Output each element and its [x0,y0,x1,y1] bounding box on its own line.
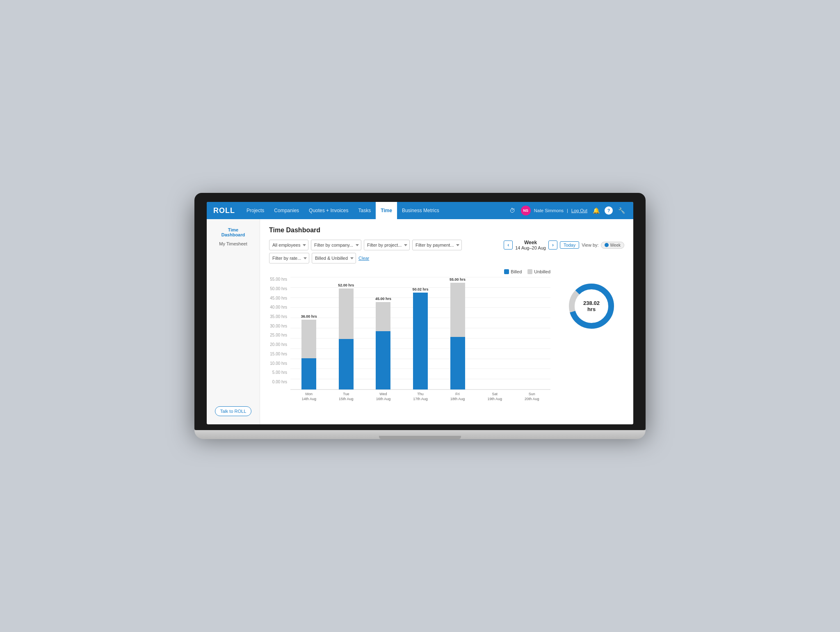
bar-value-label: 50.02 hrs [413,287,429,291]
y-axis-label: 30.00 hrs [269,324,287,328]
nav-time[interactable]: Time [376,202,397,219]
bar-group: 52.00 hrs [328,277,365,389]
bar-group: 36.00 hrs [290,277,328,389]
today-button[interactable]: Today [560,241,579,249]
bar-group [476,277,514,389]
donut-center: 238.02 hrs [579,300,604,312]
bar-stack [413,293,428,389]
bar-day-label: Fri 18th Aug [439,392,476,401]
bar-billed [450,337,465,389]
bar-group: 45.00 hrs [365,277,402,389]
bar-day-label: Wed 16th Aug [365,392,402,401]
y-axis-label: 0.00 hrs [269,380,287,384]
date-nav: ‹ Week 14 Aug–20 Aug › Today [504,240,579,250]
donut-chart: 238.02 hrs [567,282,616,331]
y-axis-label: 35.00 hrs [269,315,287,319]
logout-link[interactable]: Log Out [571,208,587,213]
y-axis: 0.00 hrs5.00 hrs10.00 hrs15.00 hrs20.00 … [269,277,290,384]
page-title: Time Dashboard [269,227,624,234]
app-body: Time Dashboard My Timesheet Talk to ROLL… [207,219,633,424]
y-axis-label: 20.00 hrs [269,343,287,347]
bar-day-label: Tue 15th Aug [328,392,365,401]
bar-day-label: Mon 14th Aug [290,392,328,401]
top-nav: ROLL Projects Companies Quotes + Invoice… [207,202,633,219]
y-axis-label: 50.00 hrs [269,287,287,291]
nav-quotes[interactable]: Quotes + Invoices [304,202,353,219]
week-toggle[interactable]: Week [601,242,624,249]
sidebar-item-my-timesheet[interactable]: My Timesheet [219,241,247,246]
nav-separator: | [567,208,568,213]
billed-legend-dot [504,269,509,274]
project-filter[interactable]: Filter by project... [364,240,410,250]
bar-stack [301,320,316,389]
sidebar: Time Dashboard My Timesheet Talk to ROLL [207,219,260,424]
main-content: Time Dashboard All employees Filter by c… [260,219,633,424]
bar-group: 55.00 hrs [439,277,476,389]
bar-group: 50.02 hrs [402,277,439,389]
bar-billed [413,293,428,389]
notification-icon[interactable]: 🔔 [591,205,601,216]
bar-day-label: Thu 17th Aug [402,392,439,401]
y-axis-label: 40.00 hrs [269,305,287,309]
screen: ROLL Projects Companies Quotes + Invoice… [207,202,633,424]
view-by-label: View by: [582,243,598,247]
nav-items: Projects Companies Quotes + Invoices Tas… [242,202,507,219]
filter-row-2: Filter by rate... Billed & Unbilled Clea… [269,253,624,263]
chart-legend: Billed Unbilled [269,269,550,274]
bar-unbilled [376,302,390,331]
bar-chart-container: Billed Unbilled 0.00 hrs5.00 hrs10.00 hr… [269,269,550,401]
timer-icon[interactable]: ⏱ [507,205,518,216]
billed-filter[interactable]: Billed & Unbilled [312,253,356,263]
clear-button[interactable]: Clear [358,256,369,261]
bar-value-label: 55.00 hrs [450,277,466,282]
bar-billed [339,339,354,389]
talk-to-roll-button[interactable]: Talk to ROLL [215,406,252,416]
y-axis-label: 15.00 hrs [269,352,287,356]
laptop-base [194,430,646,439]
x-labels: Mon 14th AugTue 15th AugWed 16th AugThu … [290,390,550,401]
donut-container: 238.02 hrs [559,282,624,331]
bar-day-label: Sun 20th Aug [513,392,550,401]
view-by: View by: Week [582,242,624,249]
legend-billed: Billed [504,269,522,274]
bar-stack [339,289,354,389]
payment-filter[interactable]: Filter by payment... [412,240,462,250]
bar-billed [376,331,390,389]
help-icon[interactable]: ? [605,206,613,215]
bar-stack [376,302,390,389]
rate-filter[interactable]: Filter by rate... [269,253,309,263]
unbilled-legend-dot [527,269,532,274]
y-axis-label: 55.00 hrs [269,277,287,282]
nav-business-metrics[interactable]: Business Metrics [397,202,444,219]
bar-value-label: 45.00 hrs [375,297,391,301]
company-filter[interactable]: Filter by company... [311,240,361,250]
settings-icon[interactable]: 🔧 [616,205,627,216]
donut-value: 238.02 hrs [579,300,604,312]
prev-week-button[interactable]: ‹ [504,240,513,250]
date-label: Week 14 Aug–20 Aug [515,240,546,250]
laptop-wrapper: ROLL Projects Companies Quotes + Invoice… [194,193,646,439]
bar-unbilled [301,320,316,359]
avatar: NS [521,206,531,215]
y-axis-label: 10.00 hrs [269,362,287,366]
nav-tasks[interactable]: Tasks [353,202,376,219]
bars-wrapper: 36.00 hrs52.00 hrs45.00 hrs50.02 hrs55.0… [290,277,550,401]
nav-companies[interactable]: Companies [269,202,304,219]
next-week-button[interactable]: › [548,240,557,250]
employees-filter[interactable]: All employees [269,240,308,250]
logo: ROLL [213,206,235,215]
laptop-bezel: ROLL Projects Companies Quotes + Invoice… [194,193,646,430]
filter-row-1: All employees Filter by company... Filte… [269,240,624,250]
bar-stack [450,283,465,389]
nav-projects[interactable]: Projects [242,202,269,219]
bar-unbilled [450,283,465,337]
bars-area: 36.00 hrs52.00 hrs45.00 hrs50.02 hrs55.0… [290,277,550,390]
nav-right: ⏱ NS Nate Simmons | Log Out 🔔 ? 🔧 [507,205,627,216]
bar-value-label: 52.00 hrs [338,283,354,287]
bar-unbilled [339,289,354,339]
sidebar-item-time-dashboard[interactable]: Time Dashboard [221,227,245,237]
toggle-dot [605,243,609,247]
y-axis-label: 45.00 hrs [269,296,287,300]
bar-chart-wrapper: 0.00 hrs5.00 hrs10.00 hrs15.00 hrs20.00 … [269,277,550,401]
user-name: Nate Simmons [534,208,564,213]
